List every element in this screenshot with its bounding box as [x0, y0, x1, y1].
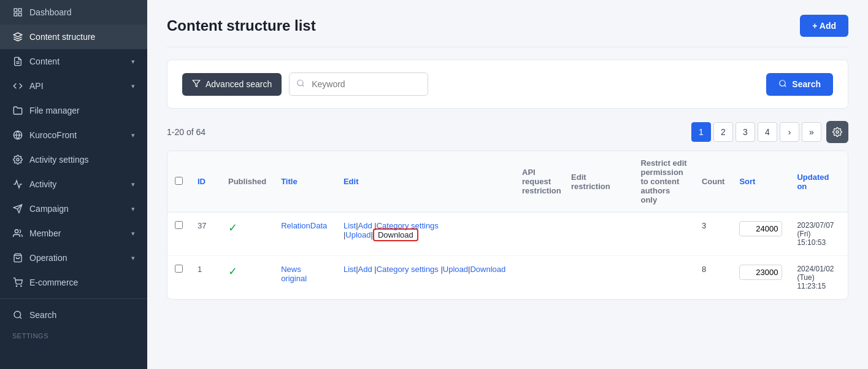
svg-line-17 [20, 317, 21, 319]
sidebar-item-label: Dashboard [29, 7, 72, 17]
sidebar-item-label: Campaign [29, 204, 69, 214]
row-restrict-edit-permission [633, 256, 694, 300]
sort-input[interactable] [739, 221, 782, 236]
search-icon [12, 309, 23, 320]
shopping-cart-icon [12, 277, 23, 288]
row-checkbox[interactable] [175, 221, 183, 229]
row-edit-restriction [564, 256, 633, 300]
edit-link-category[interactable]: Category settings [377, 265, 441, 274]
settings-icon [12, 154, 23, 165]
search-button[interactable]: Search [766, 73, 833, 96]
edit-link-list[interactable]: List [344, 221, 356, 230]
row-sort[interactable] [732, 212, 789, 256]
sidebar-item-activity[interactable]: Activity ▾ [0, 172, 147, 196]
chevron-down-icon: ▾ [131, 230, 135, 238]
select-all-checkbox[interactable] [175, 177, 183, 185]
row-checkbox[interactable] [175, 265, 183, 273]
col-updated-on: Updated on [789, 151, 848, 212]
chevron-down-icon: ▾ [131, 131, 135, 139]
edit-link-list[interactable]: List [344, 265, 356, 274]
published-check-icon: ✓ [228, 222, 237, 234]
pagination-controls: 1 2 3 4 › » [691, 122, 821, 142]
page-header: Content structure list + Add [167, 15, 848, 37]
col-edit-restriction: Edit restriction [564, 151, 633, 212]
page-button-2[interactable]: 2 [713, 122, 733, 142]
row-sort[interactable] [732, 256, 789, 300]
svg-line-20 [302, 85, 304, 87]
page-button-3[interactable]: 3 [735, 122, 755, 142]
sidebar-item-search[interactable]: Search [0, 303, 147, 327]
content-table: ID Published Title Edit API request rest… [167, 150, 848, 300]
keyword-search-icon [296, 79, 305, 90]
row-count: 8 [694, 256, 732, 300]
sidebar-item-api[interactable]: API ▾ [0, 74, 147, 98]
sidebar-item-label: API [29, 81, 44, 91]
sidebar-item-label: Content structure [29, 32, 95, 42]
users-icon [12, 228, 23, 239]
page-next-button[interactable]: › [780, 122, 799, 142]
sidebar-item-campaign[interactable]: Campaign ▾ [0, 196, 147, 221]
sidebar-item-kurocofront[interactable]: KurocoFront ▾ [0, 123, 147, 147]
search-button-label: Search [792, 79, 821, 89]
sidebar-settings-label: SETTINGS [0, 327, 147, 342]
sidebar-item-ecommerce[interactable]: E-commerce [0, 270, 147, 295]
sidebar-item-member[interactable]: Member ▾ [0, 221, 147, 246]
svg-marker-4 [13, 33, 21, 37]
send-icon [12, 203, 23, 214]
shopping-bag-icon [12, 252, 23, 263]
table-settings-button[interactable] [826, 121, 848, 143]
page-button-1[interactable]: 1 [691, 122, 711, 142]
edit-link-add[interactable]: Add [358, 221, 375, 230]
edit-link-download[interactable]: Download [470, 265, 505, 274]
sort-input[interactable] [739, 265, 782, 280]
keyword-wrapper [289, 72, 759, 96]
grid-icon [12, 7, 23, 18]
svg-line-22 [785, 85, 786, 87]
sidebar-item-label: File manager [29, 106, 80, 115]
code-icon [12, 80, 23, 91]
col-edit: Edit [336, 151, 515, 212]
search-card: Advanced search Search [167, 60, 848, 109]
sidebar-item-label: Operation [29, 253, 67, 263]
row-title[interactable]: News original [274, 256, 336, 300]
svg-rect-0 [14, 9, 17, 12]
page-last-button[interactable]: » [802, 122, 821, 142]
sidebar-item-operation[interactable]: Operation ▾ [0, 246, 147, 270]
svg-marker-18 [193, 80, 200, 87]
col-api-restriction: API request restriction [515, 151, 564, 212]
col-count: Count [694, 151, 732, 212]
row-count: 3 [694, 212, 732, 256]
svg-rect-3 [18, 13, 21, 16]
edit-link-download-highlighted[interactable]: Download [373, 228, 418, 241]
row-edit-restriction [564, 212, 633, 256]
sidebar-item-label: Search [29, 310, 56, 320]
sidebar-item-activity-settings[interactable]: Activity settings [0, 147, 147, 172]
add-button[interactable]: + Add [800, 15, 848, 37]
folder-icon [12, 105, 23, 116]
row-title[interactable]: RelationData [274, 212, 336, 256]
col-title: Title [274, 151, 336, 212]
chevron-down-icon: ▾ [131, 181, 135, 188]
svg-point-21 [780, 80, 785, 85]
row-updated-on: 2023/07/07(Fri)15:10:53 [789, 212, 848, 256]
sidebar-divider [0, 298, 147, 299]
sidebar-item-content-structure[interactable]: Content structure [0, 25, 147, 49]
edit-link-add[interactable]: Add [358, 265, 375, 274]
edit-link-upload[interactable]: Upload [443, 265, 468, 274]
row-id: 37 [190, 212, 221, 256]
svg-point-15 [21, 285, 21, 286]
table-row: 37 ✓ RelationData List|Add |Category set… [167, 212, 848, 256]
edit-link-upload[interactable]: Upload [345, 230, 371, 239]
sidebar-item-file-manager[interactable]: File manager [0, 98, 147, 123]
sidebar-item-label: Activity [29, 179, 56, 189]
page-title: Content structure list [167, 17, 316, 34]
activity-icon [12, 179, 23, 190]
svg-point-14 [16, 285, 17, 286]
chevron-down-icon: ▾ [131, 58, 135, 66]
sidebar-item-content[interactable]: Content ▾ [0, 49, 147, 74]
search-btn-icon [778, 79, 787, 90]
sidebar-item-dashboard[interactable]: Dashboard [0, 0, 147, 25]
keyword-input[interactable] [289, 72, 428, 96]
page-button-4[interactable]: 4 [758, 122, 777, 142]
advanced-search-button[interactable]: Advanced search [182, 73, 282, 96]
